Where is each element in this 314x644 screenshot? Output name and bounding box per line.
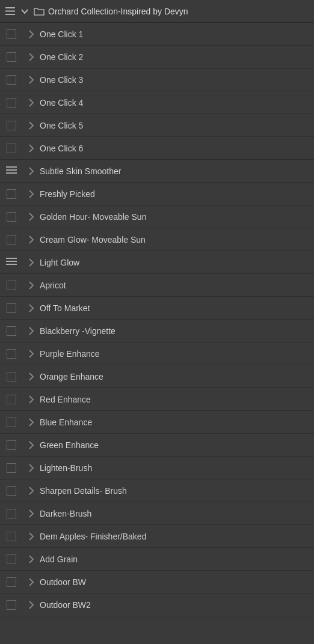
list-item[interactable]: Blackberry -Vignette (0, 320, 314, 342)
expand-chevron[interactable] (23, 235, 40, 244)
expand-chevron[interactable] (23, 487, 40, 495)
list-item[interactable]: Subtle Skin Smoother (0, 160, 314, 183)
expand-chevron[interactable] (23, 304, 40, 312)
list-item[interactable]: Green Enhance (0, 434, 314, 457)
list-item[interactable]: Cream Glow- Moveable Sun (0, 228, 314, 251)
expand-chevron[interactable] (23, 144, 40, 153)
list-item[interactable]: Freshly Picked (0, 183, 314, 205)
list-item[interactable]: Lighten-Brush (0, 457, 314, 479)
expand-chevron[interactable] (23, 532, 40, 541)
checkbox[interactable] (7, 281, 16, 290)
expand-chevron[interactable] (23, 350, 40, 358)
preset-label: Darken-Brush (40, 509, 314, 518)
expand-chevron[interactable] (23, 555, 40, 564)
list-item[interactable]: One Click 1 (0, 23, 314, 46)
checkbox[interactable] (7, 326, 16, 336)
preset-label: Dem Apples- Finisher/Baked (40, 532, 314, 541)
section-icon (6, 257, 17, 268)
preset-label: Subtle Skin Smoother (40, 166, 314, 176)
header: Orchard Collection-Inspired by Devyn (0, 0, 314, 23)
list-item[interactable]: Dem Apples- Finisher/Baked (0, 525, 314, 548)
preset-label: One Click 2 (40, 52, 314, 62)
list-item[interactable]: Golden Hour- Moveable Sun (0, 205, 314, 228)
preset-label: Outdoor BW (40, 577, 314, 587)
list-item[interactable]: One Click 3 (0, 68, 314, 91)
expand-chevron[interactable] (23, 190, 40, 198)
expand-chevron[interactable] (23, 167, 40, 175)
expand-chevron[interactable] (23, 395, 40, 404)
checkbox[interactable] (7, 509, 16, 518)
list-item[interactable]: Blue Enhance (0, 411, 314, 434)
checkbox[interactable] (7, 395, 16, 404)
checkbox[interactable] (7, 372, 16, 381)
preset-label: Red Enhance (40, 395, 314, 404)
expand-chevron[interactable] (23, 418, 40, 427)
expand-chevron[interactable] (23, 53, 40, 61)
list-item[interactable]: Darken-Brush (0, 502, 314, 525)
svg-rect-7 (6, 261, 17, 262)
list-item[interactable]: Add Grain (0, 548, 314, 571)
checkbox[interactable] (7, 463, 16, 473)
preset-label: Freshly Picked (40, 189, 314, 199)
list-item[interactable]: One Click 2 (0, 46, 314, 68)
expand-chevron[interactable] (23, 441, 40, 449)
expand-chevron[interactable] (23, 327, 40, 335)
list-item[interactable]: Purple Enhance (0, 342, 314, 365)
expand-chevron[interactable] (23, 464, 40, 472)
checkbox[interactable] (7, 98, 16, 108)
checkbox[interactable] (7, 75, 16, 85)
list-item[interactable]: Outdoor BW (0, 571, 314, 594)
list-item[interactable]: One Click 6 (0, 137, 314, 160)
checkbox[interactable] (7, 577, 16, 587)
expand-chevron[interactable] (23, 578, 40, 586)
checkbox[interactable] (7, 52, 16, 62)
preset-label: Blue Enhance (40, 418, 314, 427)
expand-chevron[interactable] (23, 30, 40, 38)
list-item[interactable]: Light Glow (0, 251, 314, 274)
checkbox[interactable] (7, 486, 16, 496)
preset-label: Purple Enhance (40, 349, 314, 359)
expand-chevron[interactable] (23, 509, 40, 518)
expand-chevron[interactable] (23, 99, 40, 107)
checkbox[interactable] (7, 212, 16, 222)
hamburger-icon[interactable] (5, 6, 16, 17)
preset-list: One Click 1 One Click 2 One Click 3 One … (0, 23, 314, 616)
list-item[interactable]: One Click 4 (0, 91, 314, 114)
checkbox[interactable] (7, 189, 16, 199)
checkbox[interactable] (7, 235, 16, 245)
list-item[interactable]: Red Enhance (0, 388, 314, 411)
preset-label: One Click 6 (40, 144, 314, 153)
svg-rect-6 (6, 258, 17, 259)
group-icon (0, 257, 23, 268)
checkbox[interactable] (7, 532, 16, 541)
section-icon (6, 165, 17, 177)
expand-chevron[interactable] (23, 213, 40, 221)
expand-chevron[interactable] (23, 601, 40, 609)
expand-chevron[interactable] (23, 281, 40, 290)
checkbox[interactable] (7, 440, 16, 450)
list-item[interactable]: Off To Market (0, 297, 314, 320)
checkbox[interactable] (7, 29, 16, 39)
preset-label: Sharpen Details- Brush (40, 486, 314, 496)
chevron-down-icon[interactable] (19, 6, 30, 17)
folder-icon[interactable] (34, 6, 45, 17)
checkbox[interactable] (7, 418, 16, 427)
list-item[interactable]: Orange Enhance (0, 365, 314, 388)
checkbox[interactable] (7, 303, 16, 313)
expand-chevron[interactable] (23, 121, 40, 130)
preset-label: One Click 4 (40, 98, 314, 108)
list-item[interactable]: Outdoor BW2 (0, 594, 314, 616)
expand-chevron[interactable] (23, 76, 40, 84)
checkbox[interactable] (7, 554, 16, 564)
preset-label: Blackberry -Vignette (40, 326, 314, 336)
checkbox[interactable] (7, 144, 16, 153)
list-item[interactable]: One Click 5 (0, 114, 314, 137)
checkbox[interactable] (7, 121, 16, 130)
expand-chevron[interactable] (23, 372, 40, 381)
checkbox[interactable] (7, 349, 16, 359)
preset-label: Lighten-Brush (40, 463, 314, 473)
list-item[interactable]: Apricot (0, 274, 314, 297)
list-item[interactable]: Sharpen Details- Brush (0, 479, 314, 502)
checkbox[interactable] (7, 600, 16, 610)
expand-chevron[interactable] (23, 258, 40, 267)
